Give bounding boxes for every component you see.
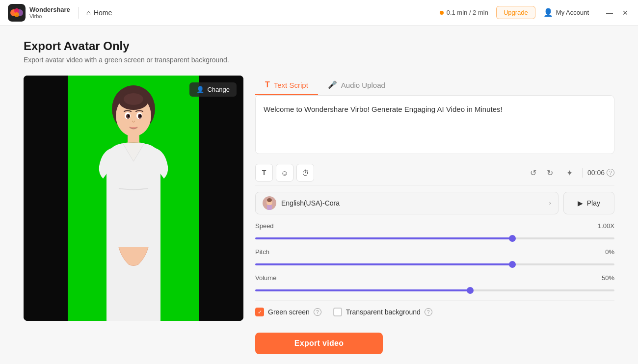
transparent-bg-option[interactable]: Transparent background ?	[333, 308, 432, 316]
logo-icon	[8, 4, 26, 22]
mic-icon: 🎤	[328, 80, 337, 89]
time-display: 00:06 ?	[587, 169, 614, 177]
speed-slider[interactable]	[255, 237, 614, 239]
time-icon: ⏱	[302, 169, 309, 177]
transparent-help-icon[interactable]: ?	[425, 308, 432, 316]
transparent-checkbox[interactable]	[333, 308, 342, 316]
text-format-icon: T	[262, 169, 266, 177]
voice-row: English(USA)-Cora › ▶ Play	[255, 192, 614, 214]
volume-slider[interactable]	[255, 289, 614, 291]
pitch-slider-row: Pitch 0%	[255, 248, 614, 267]
divider	[78, 7, 79, 19]
video-panel: 👤 Change	[24, 76, 243, 321]
home-icon: ⌂	[86, 8, 91, 17]
upgrade-button[interactable]: Upgrade	[496, 6, 535, 19]
video-bg-right	[199, 76, 243, 321]
chevron-right-icon: ›	[549, 200, 551, 207]
undo-redo-group: ↺ ↻	[526, 165, 558, 180]
svg-point-16	[128, 115, 130, 117]
pitch-label: Pitch 0%	[255, 248, 614, 256]
main-content: Export Avatar Only Export avatar video w…	[0, 26, 638, 364]
page-title: Export Avatar Only	[24, 39, 614, 53]
volume-label: Volume 50%	[255, 274, 614, 282]
tab-text-script[interactable]: T Text Script	[255, 76, 318, 95]
app-logo: Wondershare Virbo	[8, 4, 70, 22]
export-button[interactable]: Export video	[255, 333, 383, 354]
minimize-button[interactable]: —	[605, 8, 614, 18]
usage-info: 0.1 min / 2 min	[440, 9, 488, 16]
svg-rect-21	[267, 205, 272, 210]
time-button[interactable]: ⏱	[296, 164, 314, 182]
voice-selector[interactable]: English(USA)-Cora ›	[255, 192, 558, 214]
tab-audio-upload[interactable]: 🎤 Audio Upload	[318, 76, 395, 95]
right-panel: T Text Script 🎤 Audio Upload Welcome to …	[255, 76, 614, 323]
text-script-icon: T	[265, 80, 270, 89]
speed-label: Speed 1.00X	[255, 222, 614, 230]
page-subtitle: Export avatar video with a green screen …	[24, 56, 614, 64]
script-toolbar: T ☺ ⏱ ↺ ↻ ✦ 0	[255, 160, 614, 186]
play-button[interactable]: ▶ Play	[563, 192, 614, 214]
green-screen-help-icon[interactable]: ?	[314, 308, 321, 316]
help-icon[interactable]: ?	[607, 169, 614, 177]
close-button[interactable]: ✕	[620, 8, 630, 18]
window-controls: — ✕	[605, 8, 630, 18]
usage-dot-icon	[440, 11, 444, 15]
avatar-image	[70, 76, 197, 321]
play-icon: ▶	[578, 199, 583, 207]
emoji-button[interactable]: ☺	[276, 164, 293, 182]
person-icon: 👤	[196, 86, 204, 93]
app-name: Wondershare Virbo	[29, 6, 70, 20]
green-screen-option[interactable]: ✓ Green screen ?	[255, 308, 321, 316]
svg-point-17	[139, 115, 141, 117]
svg-point-4	[14, 12, 19, 17]
tabs: T Text Script 🎤 Audio Upload	[255, 76, 614, 95]
titlebar: Wondershare Virbo ⌂ Home 0.1 min / 2 min…	[0, 0, 638, 26]
account-button[interactable]: 👤 My Account	[543, 8, 589, 17]
background-options: ✓ Green screen ? Transparent background …	[255, 300, 614, 316]
export-row: Export video	[24, 323, 614, 354]
svg-point-20	[267, 198, 272, 202]
account-icon: 👤	[543, 8, 553, 17]
toolbar-right: ↺ ↻ ✦ 00:06 ?	[526, 165, 614, 180]
green-screen-checkbox[interactable]: ✓	[255, 308, 264, 316]
video-bg-left	[24, 76, 68, 321]
content-row: 👤 Change T Text Script 🎤 Audio Upload We…	[24, 76, 614, 323]
speed-slider-row: Speed 1.00X	[255, 222, 614, 241]
pitch-slider[interactable]	[255, 263, 614, 265]
home-nav[interactable]: ⌂ Home	[86, 8, 112, 17]
voice-avatar	[263, 196, 276, 210]
magic-button[interactable]: ✦	[562, 165, 577, 180]
toolbar-left: T ☺ ⏱	[255, 164, 314, 182]
change-button[interactable]: 👤 Change	[189, 82, 237, 97]
redo-button[interactable]: ↻	[543, 165, 558, 180]
undo-button[interactable]: ↺	[526, 165, 541, 180]
toolbar-divider	[582, 168, 583, 178]
svg-point-8	[124, 93, 143, 105]
titlebar-right: 0.1 min / 2 min Upgrade 👤 My Account — ✕	[440, 6, 630, 19]
script-textarea[interactable]: Welcome to Wondershare Virbo! Generate E…	[255, 95, 614, 154]
emoji-icon: ☺	[281, 169, 288, 177]
text-format-button[interactable]: T	[255, 164, 273, 182]
volume-slider-row: Volume 50%	[255, 274, 614, 293]
